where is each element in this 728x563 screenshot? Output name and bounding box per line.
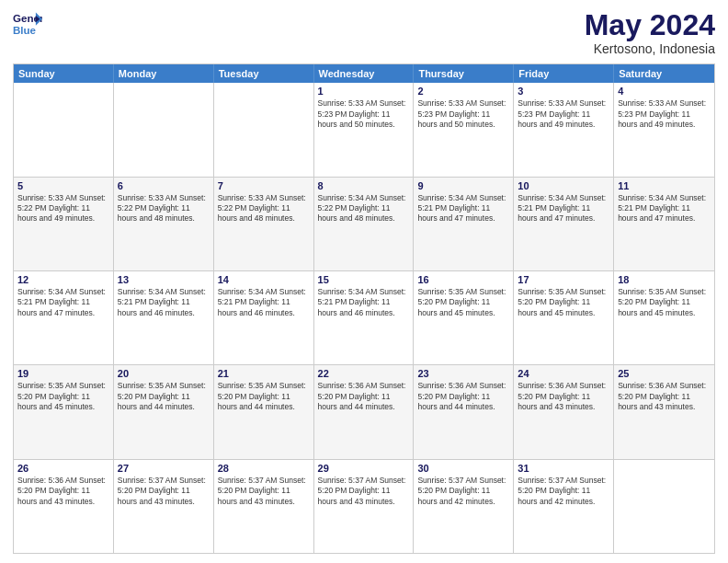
calendar-cell bbox=[614, 460, 714, 553]
calendar-cell: 26Sunrise: 5:36 AM Sunset: 5:20 PM Dayli… bbox=[14, 460, 114, 553]
day-number: 18 bbox=[618, 274, 711, 285]
day-number: 28 bbox=[218, 463, 310, 474]
day-info: Sunrise: 5:37 AM Sunset: 5:20 PM Dayligh… bbox=[318, 476, 410, 507]
day-number: 4 bbox=[618, 86, 711, 97]
logo-icon: General Blue bbox=[13, 9, 42, 39]
calendar-header-cell: Friday bbox=[514, 64, 614, 83]
calendar-cell: 13Sunrise: 5:34 AM Sunset: 5:21 PM Dayli… bbox=[114, 271, 214, 364]
calendar-cell: 9Sunrise: 5:34 AM Sunset: 5:21 PM Daylig… bbox=[414, 178, 514, 270]
title-area: May 2024 Kertosono, Indonesia bbox=[585, 9, 715, 56]
calendar-cell: 27Sunrise: 5:37 AM Sunset: 5:20 PM Dayli… bbox=[114, 460, 214, 553]
calendar-cell: 29Sunrise: 5:37 AM Sunset: 5:20 PM Dayli… bbox=[314, 460, 415, 553]
day-number: 31 bbox=[518, 463, 609, 474]
day-number: 24 bbox=[518, 368, 609, 379]
calendar-cell: 7Sunrise: 5:33 AM Sunset: 5:22 PM Daylig… bbox=[214, 178, 314, 270]
day-number: 23 bbox=[417, 368, 509, 379]
calendar-week: 5Sunrise: 5:33 AM Sunset: 5:22 PM Daylig… bbox=[14, 177, 714, 270]
calendar-cell bbox=[14, 83, 114, 176]
day-info: Sunrise: 5:33 AM Sunset: 5:22 PM Dayligh… bbox=[17, 193, 109, 224]
calendar-cell bbox=[114, 83, 214, 176]
day-info: Sunrise: 5:34 AM Sunset: 5:21 PM Dayligh… bbox=[318, 287, 410, 318]
calendar-cell: 1Sunrise: 5:33 AM Sunset: 5:23 PM Daylig… bbox=[314, 83, 415, 176]
day-info: Sunrise: 5:34 AM Sunset: 5:21 PM Dayligh… bbox=[218, 287, 310, 318]
day-info: Sunrise: 5:36 AM Sunset: 5:20 PM Dayligh… bbox=[618, 381, 711, 412]
main-title: May 2024 bbox=[585, 9, 715, 41]
calendar-header-cell: Saturday bbox=[614, 64, 714, 83]
calendar-cell: 21Sunrise: 5:35 AM Sunset: 5:20 PM Dayli… bbox=[214, 365, 314, 458]
day-info: Sunrise: 5:33 AM Sunset: 5:22 PM Dayligh… bbox=[118, 193, 210, 224]
calendar-cell: 31Sunrise: 5:37 AM Sunset: 5:20 PM Dayli… bbox=[514, 460, 614, 553]
logo: General Blue bbox=[13, 9, 42, 39]
day-number: 22 bbox=[318, 368, 410, 379]
page: General Blue May 2024 Kertosono, Indones… bbox=[0, 0, 728, 563]
day-number: 1 bbox=[318, 86, 410, 97]
calendar-cell: 24Sunrise: 5:36 AM Sunset: 5:20 PM Dayli… bbox=[514, 365, 614, 458]
day-info: Sunrise: 5:33 AM Sunset: 5:23 PM Dayligh… bbox=[318, 98, 410, 130]
day-info: Sunrise: 5:36 AM Sunset: 5:20 PM Dayligh… bbox=[417, 381, 509, 412]
day-number: 27 bbox=[118, 463, 210, 474]
day-info: Sunrise: 5:33 AM Sunset: 5:23 PM Dayligh… bbox=[518, 98, 609, 130]
calendar-cell: 3Sunrise: 5:33 AM Sunset: 5:23 PM Daylig… bbox=[514, 83, 614, 176]
header: General Blue May 2024 Kertosono, Indones… bbox=[13, 9, 715, 56]
calendar-header-cell: Sunday bbox=[14, 64, 114, 83]
calendar-cell: 23Sunrise: 5:36 AM Sunset: 5:20 PM Dayli… bbox=[414, 365, 514, 458]
svg-text:Blue: Blue bbox=[13, 25, 37, 36]
day-info: Sunrise: 5:34 AM Sunset: 5:21 PM Dayligh… bbox=[118, 287, 210, 318]
calendar-body: 1Sunrise: 5:33 AM Sunset: 5:23 PM Daylig… bbox=[14, 83, 714, 553]
subtitle: Kertosono, Indonesia bbox=[585, 41, 715, 56]
calendar-cell: 18Sunrise: 5:35 AM Sunset: 5:20 PM Dayli… bbox=[614, 271, 714, 364]
calendar-cell: 14Sunrise: 5:34 AM Sunset: 5:21 PM Dayli… bbox=[214, 271, 314, 364]
calendar-week: 26Sunrise: 5:36 AM Sunset: 5:20 PM Dayli… bbox=[14, 459, 714, 553]
calendar-cell: 28Sunrise: 5:37 AM Sunset: 5:20 PM Dayli… bbox=[214, 460, 314, 553]
calendar-cell: 8Sunrise: 5:34 AM Sunset: 5:22 PM Daylig… bbox=[314, 178, 415, 270]
calendar-header-cell: Thursday bbox=[414, 64, 514, 83]
day-number: 2 bbox=[417, 86, 509, 97]
day-info: Sunrise: 5:35 AM Sunset: 5:20 PM Dayligh… bbox=[118, 381, 210, 412]
day-number: 21 bbox=[218, 368, 310, 379]
day-info: Sunrise: 5:37 AM Sunset: 5:20 PM Dayligh… bbox=[118, 476, 210, 507]
day-info: Sunrise: 5:36 AM Sunset: 5:20 PM Dayligh… bbox=[17, 476, 109, 507]
day-number: 25 bbox=[618, 368, 711, 379]
calendar-header-cell: Wednesday bbox=[314, 64, 415, 83]
day-number: 17 bbox=[518, 274, 609, 285]
calendar-cell: 5Sunrise: 5:33 AM Sunset: 5:22 PM Daylig… bbox=[14, 178, 114, 270]
day-number: 8 bbox=[318, 180, 410, 191]
calendar-cell: 16Sunrise: 5:35 AM Sunset: 5:20 PM Dayli… bbox=[414, 271, 514, 364]
calendar-cell: 17Sunrise: 5:35 AM Sunset: 5:20 PM Dayli… bbox=[514, 271, 614, 364]
day-number: 9 bbox=[417, 180, 509, 191]
calendar-cell: 25Sunrise: 5:36 AM Sunset: 5:20 PM Dayli… bbox=[614, 365, 714, 458]
day-info: Sunrise: 5:35 AM Sunset: 5:20 PM Dayligh… bbox=[518, 287, 609, 318]
day-info: Sunrise: 5:34 AM Sunset: 5:21 PM Dayligh… bbox=[17, 287, 109, 318]
day-info: Sunrise: 5:35 AM Sunset: 5:20 PM Dayligh… bbox=[218, 381, 310, 412]
day-info: Sunrise: 5:33 AM Sunset: 5:23 PM Dayligh… bbox=[618, 98, 711, 130]
calendar-week: 19Sunrise: 5:35 AM Sunset: 5:20 PM Dayli… bbox=[14, 364, 714, 458]
day-number: 16 bbox=[417, 274, 509, 285]
day-info: Sunrise: 5:37 AM Sunset: 5:20 PM Dayligh… bbox=[518, 476, 609, 507]
calendar-cell: 6Sunrise: 5:33 AM Sunset: 5:22 PM Daylig… bbox=[114, 178, 214, 270]
day-info: Sunrise: 5:36 AM Sunset: 5:20 PM Dayligh… bbox=[318, 381, 410, 412]
day-info: Sunrise: 5:36 AM Sunset: 5:20 PM Dayligh… bbox=[518, 381, 609, 412]
calendar-week: 1Sunrise: 5:33 AM Sunset: 5:23 PM Daylig… bbox=[14, 83, 714, 176]
day-number: 30 bbox=[417, 463, 509, 474]
day-number: 14 bbox=[218, 274, 310, 285]
day-info: Sunrise: 5:37 AM Sunset: 5:20 PM Dayligh… bbox=[218, 476, 310, 507]
day-number: 10 bbox=[518, 180, 609, 191]
day-number: 5 bbox=[17, 180, 109, 191]
calendar-cell: 30Sunrise: 5:37 AM Sunset: 5:20 PM Dayli… bbox=[414, 460, 514, 553]
day-number: 15 bbox=[318, 274, 410, 285]
day-info: Sunrise: 5:37 AM Sunset: 5:20 PM Dayligh… bbox=[417, 476, 509, 507]
calendar-cell: 12Sunrise: 5:34 AM Sunset: 5:21 PM Dayli… bbox=[14, 271, 114, 364]
day-number: 7 bbox=[218, 180, 310, 191]
day-info: Sunrise: 5:33 AM Sunset: 5:22 PM Dayligh… bbox=[218, 193, 310, 224]
day-number: 13 bbox=[118, 274, 210, 285]
calendar-cell: 10Sunrise: 5:34 AM Sunset: 5:21 PM Dayli… bbox=[514, 178, 614, 270]
calendar-cell: 19Sunrise: 5:35 AM Sunset: 5:20 PM Dayli… bbox=[14, 365, 114, 458]
day-info: Sunrise: 5:34 AM Sunset: 5:22 PM Dayligh… bbox=[318, 193, 410, 224]
day-info: Sunrise: 5:34 AM Sunset: 5:21 PM Dayligh… bbox=[618, 193, 711, 224]
calendar-cell: 20Sunrise: 5:35 AM Sunset: 5:20 PM Dayli… bbox=[114, 365, 214, 458]
day-number: 20 bbox=[118, 368, 210, 379]
calendar-cell: 11Sunrise: 5:34 AM Sunset: 5:21 PM Dayli… bbox=[614, 178, 714, 270]
calendar-cell: 15Sunrise: 5:34 AM Sunset: 5:21 PM Dayli… bbox=[314, 271, 415, 364]
day-info: Sunrise: 5:35 AM Sunset: 5:20 PM Dayligh… bbox=[618, 287, 711, 318]
day-info: Sunrise: 5:34 AM Sunset: 5:21 PM Dayligh… bbox=[417, 193, 509, 224]
